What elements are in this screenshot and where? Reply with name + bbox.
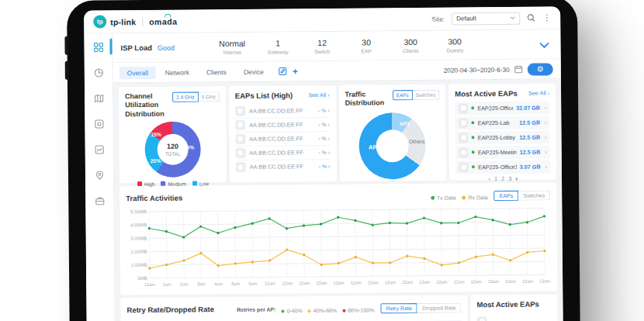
page-2[interactable]: 2 [501, 175, 504, 182]
svg-text:2am: 2am [180, 281, 189, 286]
active-eap-row[interactable]: EAP225-Meeting 12.5 GB › [455, 145, 550, 159]
sidebar-item-devices[interactable] [85, 118, 113, 132]
eap-list-row[interactable]: AA:BB:CC:DD:EE:FF - % › [235, 132, 330, 147]
eap-list-row[interactable]: AA:BB:CC:DD:EE:FF - % › [236, 160, 331, 174]
most-active-eaps-bottom-card: Most Active EAPs [470, 294, 558, 321]
card-title: Channel Utilization Distribution [125, 92, 172, 119]
collapse-chevron-icon[interactable] [538, 37, 549, 51]
active-eap-row[interactable]: EAP225-Lab 12.5 GB › [455, 116, 550, 129]
settings-button[interactable]: ⚙ [528, 63, 553, 75]
eap-list-row[interactable]: AA:BB:CC:DD:EE:FF - % › [235, 118, 330, 133]
retry-legend: Retries per AP: 0-40% 40%-66% 66%-100% [237, 301, 374, 316]
sidebar-item-toolbox[interactable] [85, 195, 113, 209]
tplink-logo-icon: tp [93, 15, 106, 28]
ap-device-image [235, 106, 245, 116]
status-online-dot [472, 136, 475, 140]
pie-chart-icon [93, 67, 103, 81]
toggle-switches[interactable]: Switches [413, 90, 440, 100]
svg-text:6am: 6am [248, 281, 257, 286]
page-3[interactable]: 3 [508, 175, 511, 182]
status-online-dot [472, 122, 475, 125]
svg-text:12am: 12am [334, 281, 345, 285]
chevron-right-icon: › [545, 134, 546, 140]
svg-text:12am: 12am [144, 282, 155, 287]
omada-wifi-arc-icon [164, 13, 171, 17]
toggle-24ghz[interactable]: 2.4 GHz [172, 91, 199, 102]
sidebar [84, 33, 116, 321]
ap-device-image [477, 316, 487, 321]
toggle-5ghz[interactable]: 5 GHz [199, 91, 220, 102]
edit-tabs-icon[interactable] [279, 64, 287, 78]
page-prev[interactable]: ‹ [488, 175, 490, 182]
card-title: Most Active EAPs [476, 299, 551, 309]
tab-clients[interactable]: Clients [199, 65, 234, 78]
toolbox-icon [95, 195, 105, 209]
legend-low-swatch [192, 181, 197, 186]
stat-internet: NormalInternet [219, 39, 245, 55]
eap-list-row[interactable]: AA:BB:CC:DD:EE:FF - % › [235, 146, 330, 160]
segment-label-low: 25% [151, 158, 161, 164]
page-1[interactable]: 1 [494, 175, 497, 182]
sidebar-item-map[interactable] [85, 92, 113, 106]
toggle-switches[interactable]: Switches [518, 190, 550, 200]
active-indicator [109, 38, 112, 54]
status-online-dot [472, 166, 475, 169]
ap-device-image [236, 162, 246, 172]
date-range-picker[interactable]: 2020-04-30~2020-6-30 [444, 65, 510, 74]
toggle-retry-rate[interactable]: Retry Rate [380, 302, 417, 312]
see-all-link[interactable]: See All › [308, 91, 329, 98]
tab-device[interactable]: Device [236, 65, 272, 78]
stat-eap: 30EAP [355, 37, 378, 54]
site-select[interactable]: Default [452, 12, 520, 25]
page-next[interactable]: › [515, 175, 518, 182]
eap-list-row[interactable]: AA:BB:CC:DD:EE:FF - % › [235, 104, 330, 119]
svg-text:12am: 12am [454, 279, 465, 284]
tab-network[interactable]: Network [158, 66, 197, 78]
toggle-dropped-rate[interactable]: Dropped Rate [417, 302, 462, 312]
isp-load-status: Good [158, 43, 175, 51]
sidebar-item-insight[interactable] [85, 143, 113, 157]
card-title: EAPs List (High) [235, 91, 293, 101]
eaps-list-card: EAPs List (High) See All › AA:BB:CC:DD:E… [229, 85, 337, 182]
tab-overall[interactable]: Overall [119, 66, 156, 78]
svg-text:12am: 12am [539, 278, 550, 283]
channel-utilization-card: Channel Utilization Distribution 2.4 GHz… [119, 86, 227, 183]
svg-text:12am: 12am [402, 280, 413, 285]
tablet-volume-button [65, 61, 69, 80]
sidebar-item-location[interactable] [85, 169, 113, 183]
pagination: ‹ 1 2 3 › [455, 174, 550, 182]
more-menu-icon[interactable]: ⋮ [542, 13, 551, 22]
sidebar-item-dashboard[interactable] [84, 41, 112, 55]
insight-chart-icon [94, 143, 104, 157]
ap-device-image [235, 120, 245, 130]
legend-medium-swatch [161, 181, 165, 186]
ap-device-image [459, 162, 469, 172]
search-icon[interactable] [527, 14, 535, 22]
active-eap-row[interactable]: EAP225-Lobby 12.5 GB › [455, 130, 550, 144]
traffic-activities-card: Traffic Activities Tx Data Rx Data EAPs … [119, 182, 557, 295]
svg-text:12am: 12am [316, 281, 327, 285]
donut-total-value: 120 [167, 142, 178, 150]
traffic-dist-toggle: EAPs Switches [393, 90, 440, 101]
calendar-icon[interactable] [514, 62, 523, 76]
app-screen: tp tp-link omada Site: Default [84, 6, 564, 321]
tplink-brand-text: tp-link [110, 17, 136, 26]
svg-text:12am: 12am [522, 279, 533, 284]
active-eap-row[interactable]: EAP225-Office1 3.07 GB › [455, 160, 550, 174]
donut-total-label: TOTAL [165, 150, 180, 156]
svg-text:12am: 12am [505, 279, 516, 284]
sidebar-item-statistics[interactable] [85, 67, 113, 81]
svg-text:2.00MB: 2.00MB [130, 248, 147, 254]
toggle-eaps[interactable]: EAPs [494, 190, 519, 200]
toggle-eaps[interactable]: EAPs [393, 90, 413, 100]
stat-gateway: 1Gateway [266, 38, 289, 54]
map-icon [94, 92, 104, 106]
retry-rate-card: Retry Rate/Dropped Rate Retries per AP: … [120, 295, 468, 321]
see-all-link[interactable]: See All › [528, 89, 549, 96]
traffic-donut-chart: AP1 AP2 Others [359, 112, 427, 179]
chevron-right-icon: › [545, 164, 547, 169]
add-tab-icon[interactable]: + [293, 67, 298, 76]
ap-device-image [235, 148, 245, 158]
active-eap-row[interactable]: EAP225-Office 32.07 GB › [455, 101, 549, 115]
card-title: Traffic Activities [126, 194, 182, 204]
